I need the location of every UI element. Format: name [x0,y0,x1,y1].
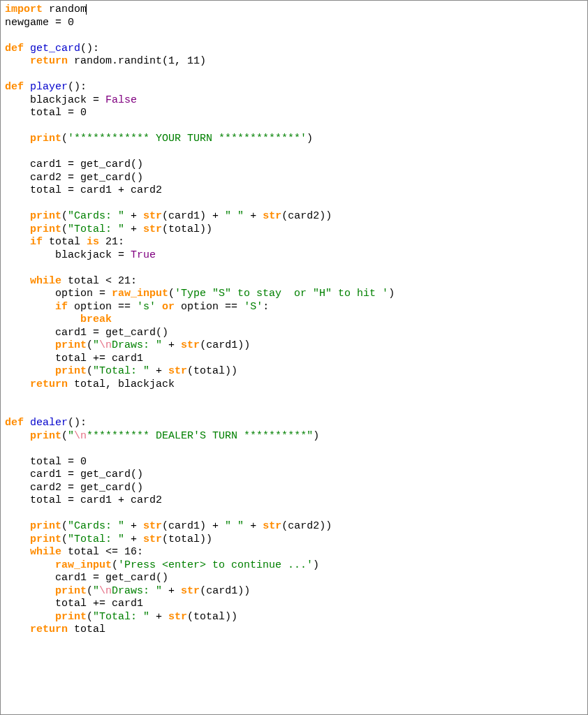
code-token [5,275,30,287]
code-token: return [30,55,74,67]
code-token: card2 = get_card() [5,482,143,494]
code-token: '************ YOUR TURN *************' [68,133,307,145]
code-token: Draws: " [112,339,162,351]
code-token [5,378,30,390]
code-line: def get_card(): [5,43,583,56]
code-token: return [30,624,74,635]
code-token [5,301,55,313]
code-line: print("\n********** DEALER'S TURN ******… [5,430,583,443]
code-token: \n [99,585,112,597]
code-token: ( [61,223,68,235]
code-line: return total, blackjack [5,378,583,392]
code-line: print('************ YOUR TURN **********… [5,133,583,146]
code-token: print [55,339,87,351]
code-token: (card1) + [162,210,225,222]
code-token [5,365,55,377]
code-line [5,508,583,521]
code-token: str [168,365,187,377]
code-token: str [263,520,281,532]
code-token: (card1)) [200,339,250,351]
code-token: total += card1 [5,598,143,610]
code-token: def [5,43,30,54]
code-token: if [55,301,68,313]
code-token: (total)) [187,365,237,377]
code-token: ) [307,133,313,145]
code-line [5,391,583,404]
code-token: + [244,210,263,222]
code-token: (card1)) [200,585,250,597]
code-line: total = 0 [5,456,583,469]
code-token: (total)) [162,223,212,235]
code-line: break [5,314,583,327]
code-line [5,443,583,456]
code-token: ) [313,559,319,571]
code-line: while total < 21: [5,275,583,288]
code-token: print [55,365,87,377]
code-token: raw_input [112,288,168,300]
code-token: total <= 16: [61,546,143,558]
code-line: return random.randint(1, 11) [5,55,583,68]
code-token: print [55,585,87,597]
code-line: raw_input('Press <enter> to continue ...… [5,559,583,573]
code-token: "Total: " [93,365,149,377]
code-token: False [105,94,137,106]
code-token: total < 21: [61,275,137,287]
code-token: print [30,133,61,145]
code-line [5,198,583,211]
code-token: is [87,236,99,248]
code-token: if [30,236,43,248]
code-line [5,120,583,133]
code-token: "Total: " [68,223,124,235]
code-token: str [168,611,187,623]
code-token: " [93,585,99,597]
code-line: total += card1 [5,598,583,611]
code-token: True [131,249,156,261]
code-token: card2 = get_card() [5,172,143,184]
code-token: print [30,430,61,442]
code-token: ( [61,210,68,222]
code-token: ( [61,533,68,545]
code-token: (card2)) [281,520,332,532]
code-token [5,611,55,623]
code-token [5,314,80,325]
code-line: while total <= 16: [5,546,583,559]
code-token: \n [99,339,112,351]
code-token [5,133,30,145]
code-token: ( [87,585,93,597]
code-token: print [30,210,61,222]
code-token: ) [313,430,319,442]
code-token: ( [168,288,175,300]
code-token [5,585,55,597]
code-token: ( [87,611,93,623]
code-line: print("Total: " + str(total)) [5,611,583,624]
code-line: option = raw_input('Type "S" to stay or … [5,288,583,301]
code-token: + [162,339,181,351]
code-token: str [143,210,162,222]
code-line: print("Cards: " + str(card1) + " " + str… [5,520,583,533]
code-token: raw_input [55,559,112,571]
code-editor[interactable]: import randomnewgame = 0 def get_card():… [0,0,588,715]
code-token: ********** DEALER'S TURN **********" [87,430,313,442]
code-token: + [149,611,168,623]
code-line: print("Total: " + str(total)) [5,533,583,547]
code-token [5,210,30,222]
code-line: print("\nDraws: " + str(card1)) [5,339,583,353]
code-token: ( [61,430,68,442]
code-line: print("\nDraws: " + str(card1)) [5,585,583,598]
code-token: str [143,520,162,532]
code-token: "Total: " [68,533,124,545]
code-token: + [124,533,143,545]
code-token: card1 = get_card() [5,469,143,480]
code-token: break [80,314,112,325]
code-token: (): [68,81,87,93]
code-line: card1 = get_card() [5,469,583,482]
code-token: return [30,378,74,390]
code-token: " " [225,210,244,222]
code-token: def [5,81,30,93]
code-token: str [181,339,200,351]
code-token: 'Press <enter> to continue ...' [118,559,313,571]
code-line: return total [5,624,583,637]
code-token: ) [388,288,395,300]
code-line: card2 = get_card() [5,482,583,495]
code-line: if total is 21: [5,236,583,249]
